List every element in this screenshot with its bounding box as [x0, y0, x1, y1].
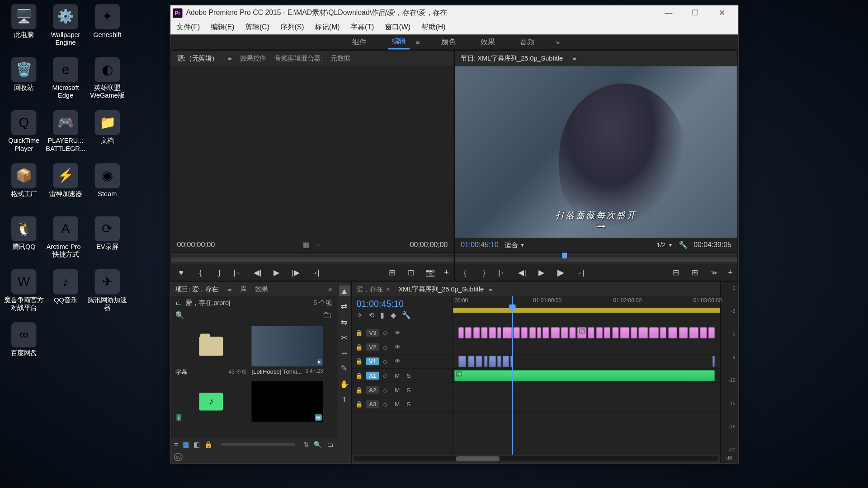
add-marker-icon[interactable]: ▮ — [380, 311, 384, 319]
menu-item[interactable]: 剪辑(C) — [243, 21, 272, 33]
lock-icon[interactable]: 🔒 — [355, 372, 363, 379]
tool-button[interactable]: ✋ — [339, 378, 350, 389]
workspace-tab[interactable]: 编辑 — [388, 34, 410, 49]
tool-button[interactable]: ↔ — [339, 347, 350, 358]
video-clip[interactable] — [604, 327, 611, 338]
cc-icon[interactable]: cc — [174, 453, 182, 461]
source-panel-tab[interactable]: 元数据 — [330, 54, 350, 63]
title-bar[interactable]: Pr Adobe Premiere Pro CC 2015 - E:\MAD素材… — [170, 5, 738, 20]
video-clip[interactable] — [620, 327, 629, 338]
timeline-ruler[interactable]: :00:0001:01:00:0001:02:00:0001:03:00:00 — [453, 296, 720, 307]
button-editor-button[interactable]: + — [728, 267, 733, 277]
video-clip[interactable] — [458, 356, 467, 367]
desktop-icon[interactable]: 🗑️回收站 — [3, 56, 45, 107]
track-toggle[interactable]: ◇ — [383, 401, 391, 408]
program-tab[interactable]: 节目: XML字幕序列_25.0p_Subtitle — [461, 54, 563, 63]
tool-button[interactable]: ⇄ — [339, 301, 350, 312]
track-label[interactable]: A3 — [366, 400, 379, 408]
export-frame-button[interactable]: 📷 — [425, 268, 436, 277]
source-scrub-bar[interactable] — [171, 252, 453, 264]
workspace-tab[interactable]: 效果 — [477, 35, 498, 49]
track-label[interactable]: V3 — [366, 329, 379, 337]
video-clip[interactable] — [588, 327, 594, 338]
tool-button[interactable]: ✂ — [339, 332, 350, 343]
go-to-in-button[interactable]: |← — [233, 268, 244, 277]
video-clip[interactable] — [612, 327, 619, 338]
video-clip[interactable] — [468, 356, 475, 367]
video-clip[interactable] — [497, 356, 501, 367]
desktop-icon[interactable]: ∞百度网盘 — [3, 321, 45, 372]
track-label[interactable]: A2 — [366, 386, 379, 394]
track-toggle[interactable]: 👁 — [395, 329, 403, 336]
video-clip[interactable] — [660, 327, 667, 338]
video-clip[interactable] — [476, 356, 482, 367]
track-row[interactable]: fx — [453, 369, 720, 383]
workspace-tab[interactable]: 组件 — [349, 35, 370, 49]
desktop-icon[interactable]: W魔兽争霸官方对战平台 — [3, 268, 45, 319]
track-label[interactable]: V1 — [366, 357, 379, 365]
workspace-overflow[interactable]: » — [556, 38, 560, 46]
desktop-icon[interactable]: ◉Steam — [86, 162, 128, 213]
desktop-icon[interactable]: 📦格式工厂 — [3, 162, 45, 213]
project-overflow[interactable]: » — [328, 286, 332, 293]
desktop-icon[interactable]: AArctime Pro - 快捷方式 — [45, 215, 86, 266]
overwrite-button[interactable]: ⊡ — [406, 268, 417, 277]
tool-button[interactable]: ▲ — [339, 286, 350, 296]
video-clip[interactable] — [502, 356, 509, 367]
track-toggle[interactable]: ◇ — [383, 358, 391, 365]
more-transport-button[interactable]: ≫ — [709, 269, 720, 276]
tool-button[interactable]: T — [339, 394, 350, 405]
video-clip[interactable] — [497, 327, 501, 338]
step-back-button[interactable]: ◀| — [252, 268, 263, 277]
timeline-scrollbar[interactable] — [352, 455, 720, 463]
close-button[interactable]: ✕ — [709, 5, 736, 20]
workspace-tab[interactable]: 颜色 — [438, 35, 459, 49]
track-toggle[interactable]: ◇ — [383, 372, 391, 379]
video-clip[interactable] — [668, 327, 678, 338]
lock-icon[interactable]: 🔒 — [355, 329, 363, 336]
timeline-settings-icon[interactable]: 🔧 — [402, 311, 411, 319]
new-bin-icon[interactable]: 🗀 — [322, 310, 332, 321]
source-panel-tab[interactable]: 效果控件 — [240, 54, 266, 63]
program-panel-menu[interactable]: ≡ — [572, 55, 576, 62]
video-clip[interactable] — [649, 327, 659, 338]
track-header[interactable]: 🔒A2◇MS — [352, 383, 453, 398]
video-clip[interactable] — [712, 356, 715, 367]
video-clip[interactable] — [537, 327, 541, 338]
lock-icon[interactable]: 🔒 — [204, 441, 212, 448]
step-forward-button[interactable]: |▶ — [555, 268, 566, 277]
timeline-work-area[interactable] — [453, 308, 720, 313]
track-toggle[interactable]: 👁 — [395, 344, 403, 351]
program-timecode-left[interactable]: 01:00:45:10 — [461, 241, 499, 249]
project-item[interactable]: ♪♪ — [175, 381, 247, 424]
desktop-icon[interactable]: ♪QQ音乐 — [45, 268, 86, 319]
track-row[interactable] — [453, 398, 720, 412]
program-zoom-fit[interactable]: 适合▼ — [505, 240, 525, 249]
project-item[interactable]: 字幕43 个项 — [175, 326, 247, 376]
video-clip[interactable] — [569, 327, 576, 338]
video-clip[interactable]: fx — [577, 327, 587, 338]
video-clip[interactable] — [513, 327, 520, 338]
program-resolution[interactable]: 1/2▼ — [656, 241, 673, 249]
program-monitor[interactable]: 打落蔷薇每次盛开 ⮡ — [455, 66, 737, 238]
sequence-tab[interactable]: XML字幕序列_25.0p_Subtitle≡ — [398, 285, 492, 294]
mark-in-button[interactable]: { — [195, 268, 206, 277]
video-clip[interactable] — [458, 327, 464, 338]
lock-icon[interactable]: 🔒 — [355, 344, 363, 351]
project-item[interactable]: ▸[LoliHouse] Tenki...3:47:23 — [251, 326, 323, 376]
sort-icon[interactable]: ⇅ — [303, 441, 309, 448]
menu-item[interactable]: 序列(S) — [278, 21, 306, 33]
track-toggle[interactable]: 👁 — [395, 358, 403, 365]
close-tab-icon[interactable]: × — [386, 286, 390, 293]
track-row[interactable] — [453, 340, 720, 355]
video-clip[interactable] — [631, 327, 637, 338]
mark-out-button[interactable]: } — [214, 268, 225, 277]
desktop-icon[interactable]: 🎮PLAYERU... BATTLEGR... — [45, 109, 86, 160]
video-clip[interactable] — [529, 327, 536, 338]
desktop-icon[interactable]: ◐英雄联盟WeGame版 — [86, 56, 128, 107]
track-toggle[interactable]: M — [395, 387, 403, 394]
find-icon[interactable]: 🔍 — [314, 441, 322, 448]
desktop-icon[interactable]: ✈腾讯网游加速器 — [86, 268, 128, 319]
tool-button[interactable]: ⇆ — [339, 316, 350, 327]
go-to-in-button[interactable]: |← — [498, 268, 509, 277]
